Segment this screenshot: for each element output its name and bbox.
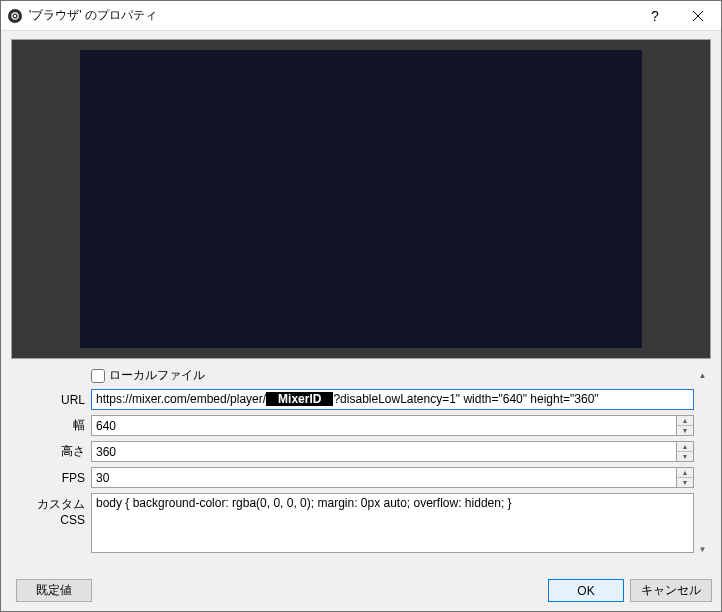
preview-canvas (80, 50, 642, 348)
width-label: 幅 (11, 417, 91, 434)
css-label: カスタム CSS (11, 493, 91, 527)
titlebar: 'ブラウザ' のプロパティ ? (1, 1, 721, 31)
preview-area (11, 39, 711, 359)
scroll-up-icon[interactable]: ▲ (694, 367, 711, 384)
url-redacted: MixerID (266, 392, 333, 406)
help-button[interactable]: ? (635, 1, 675, 31)
height-spinner[interactable]: ▲▼ (677, 441, 694, 462)
fps-spinner[interactable]: ▲▼ (677, 467, 694, 488)
cancel-button[interactable]: キャンセル (630, 579, 712, 602)
fps-label: FPS (11, 471, 91, 485)
scrollbar-vertical[interactable]: ▲ ▼ (694, 367, 711, 558)
defaults-button[interactable]: 既定値 (16, 579, 92, 602)
local-file-label: ローカルファイル (109, 367, 205, 384)
url-label: URL (11, 393, 91, 407)
height-label: 高さ (11, 443, 91, 460)
close-button[interactable] (675, 1, 721, 31)
scroll-down-icon[interactable]: ▼ (694, 541, 711, 558)
url-input[interactable]: https://mixer.com/embed/player/MixerID?d… (91, 389, 694, 410)
dialog-footer: 既定値 OK キャンセル (0, 569, 722, 612)
ok-button[interactable]: OK (548, 579, 624, 602)
custom-css-textarea[interactable] (91, 493, 694, 553)
svg-point-2 (14, 14, 17, 17)
local-file-checkbox[interactable] (91, 369, 105, 383)
width-input[interactable] (91, 415, 677, 436)
width-spinner[interactable]: ▲▼ (677, 415, 694, 436)
height-input[interactable] (91, 441, 677, 462)
properties-form: ローカルファイル URL https://mixer.com/embed/pla… (11, 367, 694, 558)
fps-input[interactable] (91, 467, 677, 488)
app-icon (7, 8, 23, 24)
window-title: 'ブラウザ' のプロパティ (29, 7, 635, 24)
